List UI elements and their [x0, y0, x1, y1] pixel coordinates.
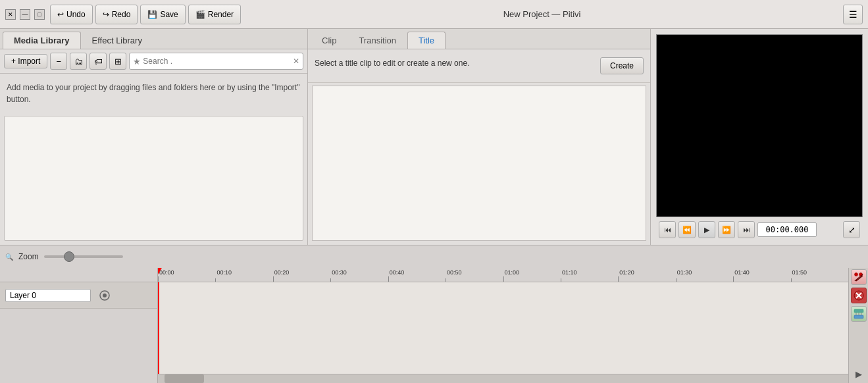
play-pause-button[interactable]: ▶: [698, 221, 715, 238]
library-tabs: Media Library Effect Library: [0, 29, 307, 49]
ruler-spacer: [0, 268, 157, 282]
search-box: ★ ✕: [129, 53, 303, 70]
timeline-tracks-area: 00:0000:1000:2000:3000:4000:5001:0001:10…: [158, 268, 848, 383]
redo-icon: ↪: [103, 10, 109, 19]
svg-rect-9: [854, 309, 863, 313]
ruler-mark: 01:00: [505, 269, 520, 276]
zoom-slider[interactable]: [44, 255, 123, 258]
render-button[interactable]: 🎬 Render: [188, 5, 241, 24]
layer-name-input[interactable]: [5, 289, 91, 302]
ruler-mark: 01:20: [619, 269, 634, 276]
tag-icon: 🏷: [94, 57, 103, 66]
folder-icon: 🗂: [74, 57, 83, 66]
minimize-button[interactable]: —: [20, 9, 30, 20]
timeline-right-buttons: ▶: [848, 268, 868, 383]
remove-button[interactable]: −: [50, 53, 67, 70]
timeline-tracks[interactable]: [158, 282, 848, 374]
svg-point-1: [103, 294, 107, 297]
clip-tabs: Clip Transition Title: [308, 29, 650, 49]
close-button[interactable]: ✕: [5, 9, 16, 20]
expand-preview-button[interactable]: ⤢: [843, 221, 860, 238]
zoom-label: Zoom: [18, 252, 39, 261]
clear-search-button[interactable]: ✕: [293, 57, 299, 66]
unlink-button[interactable]: [851, 306, 867, 322]
undo-icon: ↩: [57, 10, 64, 19]
delete-button[interactable]: [851, 288, 867, 303]
ruler-mark: 01:40: [734, 269, 750, 276]
timeline-expand-button[interactable]: ▶: [851, 366, 867, 382]
create-title-button[interactable]: Create: [600, 57, 644, 74]
ruler-mark: 01:50: [792, 269, 807, 276]
ruler-mark: 00:10: [217, 269, 232, 276]
skip-to-start-button[interactable]: ⏮: [659, 221, 676, 238]
playhead-triangle: [158, 268, 162, 274]
layer-settings-button[interactable]: [96, 287, 113, 304]
timeline-scrollbar[interactable]: [158, 374, 848, 383]
menu-button[interactable]: ☰: [843, 5, 863, 24]
skip-to-end-button[interactable]: ⏭: [738, 221, 755, 238]
tab-transition[interactable]: Transition: [347, 32, 407, 49]
media-toolbar: + Import − 🗂 🏷 ⊞ ★ ✕: [0, 49, 307, 74]
timeline-layers-panel: [0, 268, 158, 383]
tab-media-library[interactable]: Media Library: [3, 32, 81, 49]
window-title: New Project — Pitivi: [243, 9, 840, 19]
ruler-mark: 00:20: [274, 269, 290, 276]
redo-button[interactable]: ↪ Redo: [95, 5, 138, 24]
zoom-slider-container: [44, 255, 123, 258]
tag-button[interactable]: 🏷: [89, 53, 107, 70]
expand-icon: ⤢: [848, 225, 855, 235]
import-button[interactable]: + Import: [4, 54, 47, 68]
preview-panel: ⏮ ⏪ ▶ ⏩ ⏭ 00:00.000 ⤢: [651, 29, 868, 245]
timeline-ruler: 00:0000:1000:2000:3000:4000:5001:0001:10…: [158, 268, 848, 282]
maximize-button[interactable]: □: [34, 9, 45, 20]
delete-icon: [854, 290, 864, 301]
ruler-mark: 00:30: [332, 269, 347, 276]
save-icon: 💾: [147, 10, 157, 19]
folder-button[interactable]: 🗂: [70, 53, 87, 70]
undo-button[interactable]: ↩ Undo: [50, 5, 93, 24]
razor-icon: [854, 272, 864, 282]
layer-settings-icon: [99, 290, 111, 301]
view-toggle-button[interactable]: ⊞: [109, 53, 126, 70]
tab-title[interactable]: Title: [407, 32, 446, 49]
tab-clip[interactable]: Clip: [311, 32, 347, 49]
media-content-area: [4, 116, 303, 241]
media-info-text: Add media to your project by dragging fi…: [0, 74, 307, 113]
search-input[interactable]: [143, 57, 293, 66]
main-area: Media Library Effect Library + Import − …: [0, 29, 868, 245]
title-instruction-text: Select a title clip to edit or create a …: [315, 57, 594, 69]
timeline-toolbar: 🔍 Zoom: [0, 245, 868, 268]
search-star-icon: ★: [133, 57, 141, 66]
zoom-magnify-icon: 🔍: [5, 253, 13, 261]
scrollbar-thumb[interactable]: [165, 374, 204, 383]
step-forward-button[interactable]: ⏩: [718, 221, 735, 238]
ruler-mark: 01:10: [562, 269, 577, 276]
left-panel: Media Library Effect Library + Import − …: [0, 29, 308, 245]
svg-rect-10: [854, 315, 863, 319]
list-icon: ⊞: [115, 57, 122, 66]
preview-controls: ⏮ ⏪ ▶ ⏩ ⏭ 00:00.000 ⤢: [656, 217, 863, 242]
middle-panel: Clip Transition Title Select a title cli…: [308, 29, 651, 245]
unlink-icon: [854, 309, 864, 319]
render-icon: 🎬: [195, 10, 205, 19]
step-back-button[interactable]: ⏪: [678, 221, 696, 238]
razor-tool-button[interactable]: [851, 269, 867, 285]
ruler-mark: 00:40: [390, 269, 405, 276]
playhead[interactable]: [158, 282, 159, 374]
ruler-mark: 00:50: [447, 269, 462, 276]
zoom-thumb[interactable]: [64, 251, 74, 262]
save-button[interactable]: 💾 Save: [140, 5, 185, 24]
title-clip-list: [312, 86, 646, 241]
title-header: Select a title clip to edit or create a …: [308, 49, 650, 83]
ruler-mark: 01:30: [677, 269, 692, 276]
timeline-body: 00:0000:1000:2000:3000:4000:5001:0001:10…: [0, 268, 868, 383]
layer-row: [0, 282, 157, 309]
timeline-area: 🔍 Zoom 00:0000:1000:: [0, 245, 868, 383]
preview-screen: [656, 34, 863, 217]
window-controls: ✕ — □: [5, 9, 45, 20]
svg-point-2: [854, 273, 857, 276]
titlebar: ✕ — □ ↩ Undo ↪ Redo 💾 Save 🎬 Render New …: [0, 0, 868, 29]
timecode-display: 00:00.000: [757, 222, 817, 237]
tab-effect-library[interactable]: Effect Library: [81, 32, 153, 49]
